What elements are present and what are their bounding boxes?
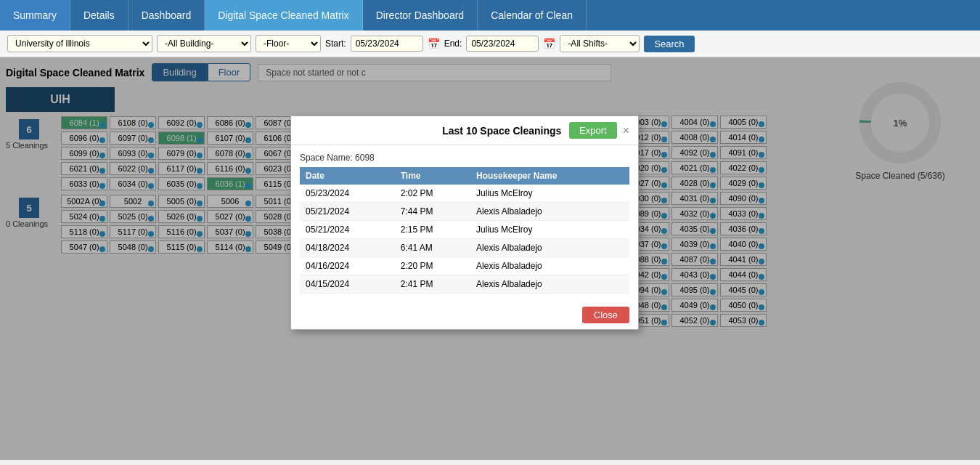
modal-body: Space Name: 6098 Date Time Housekeeper N… xyxy=(291,145,638,301)
modal-close-x-button[interactable]: × xyxy=(623,124,629,137)
tab-details[interactable]: Details xyxy=(70,0,128,31)
building-select[interactable]: -All Building- xyxy=(157,35,251,52)
table-cell-housekeeper: Alexis Albaladejo xyxy=(470,257,629,275)
table-cell-date: 04/16/2024 xyxy=(300,257,395,275)
table-cell-housekeeper: Julius McElroy xyxy=(470,221,629,239)
table-row: 04/16/20242:20 PMAlexis Albaladejo xyxy=(300,257,629,275)
table-cell-housekeeper: Julius McElroy xyxy=(470,185,629,203)
modal-title: Last 10 Space Cleanings xyxy=(435,125,570,137)
table-cell-housekeeper: Alexis Albaladejo xyxy=(470,275,629,294)
start-date-input[interactable] xyxy=(351,36,423,52)
table-cell-housekeeper: Alexis Albaladejo xyxy=(470,239,629,257)
calendar-icon-end[interactable]: 📅 xyxy=(543,38,555,49)
tab-dashboard[interactable]: Dashboard xyxy=(128,0,205,31)
modal-header: Last 10 Space Cleanings Export × xyxy=(291,116,638,145)
space-name-label: Space Name: 6098 xyxy=(300,153,629,163)
table-cell-housekeeper: Alexis Albaladejo xyxy=(470,203,629,221)
table-cell-time: 2:02 PM xyxy=(395,185,470,203)
table-cell-date: 05/21/2024 xyxy=(300,203,395,221)
modal-dialog: Last 10 Space Cleanings Export × Space N… xyxy=(290,116,639,330)
end-date-input[interactable] xyxy=(466,36,539,52)
nav-tabs: Summary Details Dashboard Digital Space … xyxy=(0,0,980,31)
table-row: 04/15/20242:41 PMAlexis Albaladejo xyxy=(300,275,629,294)
table-row: 05/23/20242:02 PMJulius McElroy xyxy=(300,185,629,203)
table-cell-date: 05/23/2024 xyxy=(300,185,395,203)
toolbar: University of Illinois -All Building- -F… xyxy=(0,31,980,57)
start-label: Start: xyxy=(325,39,346,49)
table-cell-time: 7:44 PM xyxy=(395,203,470,221)
table-row: 05/21/20247:44 PMAlexis Albaladejo xyxy=(300,203,629,221)
end-label: End: xyxy=(444,39,462,49)
table-cell-time: 2:41 PM xyxy=(395,275,470,294)
modal-footer: Close xyxy=(291,301,638,329)
col-housekeeper: Housekeeper Name xyxy=(470,167,629,185)
tab-matrix[interactable]: Digital Space Cleaned Matrix xyxy=(205,0,363,31)
search-button[interactable]: Search xyxy=(644,36,694,52)
tab-summary[interactable]: Summary xyxy=(0,0,70,31)
table-cell-date: 05/21/2024 xyxy=(300,221,395,239)
floor-select[interactable]: -Floor- xyxy=(256,35,321,52)
table-cell-time: 6:41 AM xyxy=(395,239,470,257)
modal-overlay: Last 10 Space Cleanings Export × Space N… xyxy=(0,57,980,460)
main-content: Digital Space Cleaned Matrix Building Fl… xyxy=(0,57,980,460)
table-cell-time: 2:20 PM xyxy=(395,257,470,275)
tab-calendar[interactable]: Calendar of Clean xyxy=(478,0,587,31)
export-button[interactable]: Export xyxy=(569,122,617,139)
col-time: Time xyxy=(395,167,470,185)
cleanings-table: Date Time Housekeeper Name 05/23/20242:0… xyxy=(300,167,629,294)
university-select[interactable]: University of Illinois xyxy=(7,35,152,52)
table-cell-time: 2:15 PM xyxy=(395,221,470,239)
table-row: 04/18/20246:41 AMAlexis Albaladejo xyxy=(300,239,629,257)
table-cell-date: 04/18/2024 xyxy=(300,239,395,257)
tab-director[interactable]: Director Dashboard xyxy=(363,0,478,31)
table-cell-date: 04/15/2024 xyxy=(300,275,395,294)
shift-select[interactable]: -All Shifts- xyxy=(560,35,640,52)
modal-close-button[interactable]: Close xyxy=(582,307,629,323)
calendar-icon-start[interactable]: 📅 xyxy=(428,38,440,49)
table-row: 05/21/20242:15 PMJulius McElroy xyxy=(300,221,629,239)
col-date: Date xyxy=(300,167,395,185)
